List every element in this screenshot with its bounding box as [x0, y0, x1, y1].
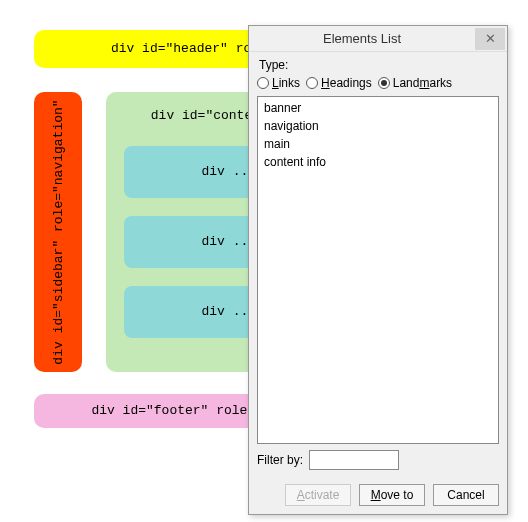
list-item[interactable]: content info	[262, 153, 494, 171]
type-radio-group: Links Headings Landmarks	[257, 76, 499, 90]
landmark-listbox[interactable]: banner navigation main content info	[257, 96, 499, 444]
dialog-button-row: Activate Move to Cancel	[257, 484, 499, 506]
dialog-body: Type: Links Headings Landmarks banner na…	[249, 52, 507, 514]
cancel-button[interactable]: Cancel	[433, 484, 499, 506]
filter-row: Filter by:	[257, 450, 499, 470]
filter-input[interactable]	[309, 450, 399, 470]
radio-label: Landmarks	[393, 76, 452, 90]
filter-label: Filter by:	[257, 453, 303, 467]
list-item[interactable]: banner	[262, 99, 494, 117]
radio-links[interactable]: Links	[257, 76, 300, 90]
dialog-titlebar: Elements List ✕	[249, 26, 507, 52]
sidebar-label: div id="sidebar" role="navigation"	[51, 99, 66, 364]
radio-icon	[378, 77, 390, 89]
radio-label: Links	[272, 76, 300, 90]
close-button[interactable]: ✕	[475, 28, 505, 50]
sidebar-box: div id="sidebar" role="navigation"	[34, 92, 82, 372]
close-icon: ✕	[485, 31, 496, 46]
move-to-button[interactable]: Move to	[359, 484, 425, 506]
radio-landmarks[interactable]: Landmarks	[378, 76, 452, 90]
radio-icon	[257, 77, 269, 89]
dialog-title: Elements List	[249, 31, 475, 46]
activate-button: Activate	[285, 484, 351, 506]
radio-label: Headings	[321, 76, 372, 90]
radio-headings[interactable]: Headings	[306, 76, 372, 90]
type-label: Type:	[259, 58, 499, 72]
radio-icon	[306, 77, 318, 89]
list-item[interactable]: main	[262, 135, 494, 153]
elements-list-dialog: Elements List ✕ Type: Links Headings Lan…	[248, 25, 508, 515]
list-item[interactable]: navigation	[262, 117, 494, 135]
